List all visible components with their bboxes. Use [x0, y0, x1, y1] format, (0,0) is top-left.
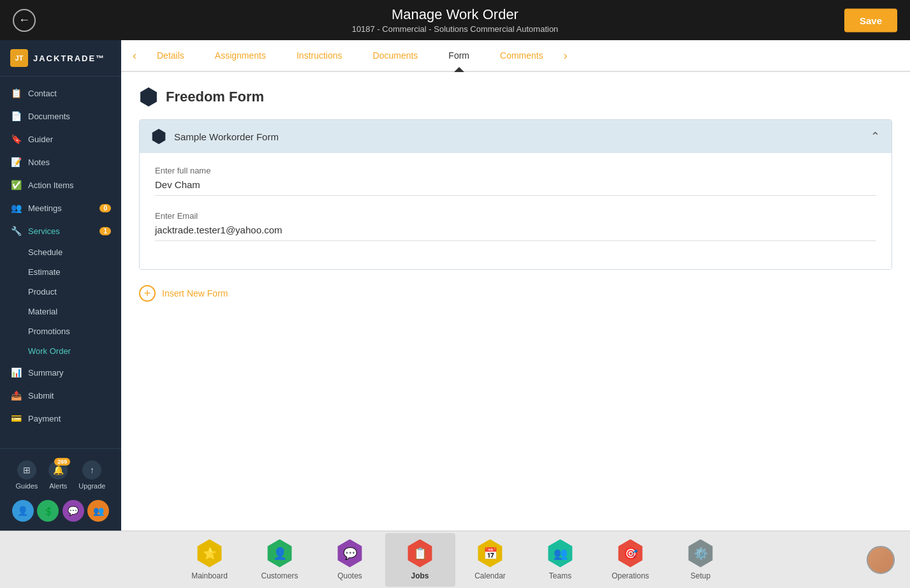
user-avatar[interactable] [867, 546, 895, 574]
form-field-email: Enter Email jacktrade.tester1@yahoo.com [155, 211, 876, 241]
upgrade-btn[interactable]: ↑ Upgrade [78, 460, 105, 490]
insert-plus-icon: + [139, 285, 156, 302]
page-content: Freedom Form Sample Workorder Form ⌃ Ent… [121, 72, 910, 531]
sidebar-subitem-material[interactable]: Material [0, 302, 121, 321]
tab-comments[interactable]: Comments [485, 40, 559, 71]
tab-next-arrow[interactable]: › [559, 44, 573, 68]
user-profile-icon[interactable]: 👤 [12, 500, 34, 522]
sidebar-item-summary[interactable]: 📊 Summary [0, 361, 121, 384]
sidebar-label-summary: Summary [28, 368, 64, 378]
page-subtitle: 10187 - Commercial - Solutions Commercia… [13, 24, 897, 34]
sidebar-subitem-estimate[interactable]: Estimate [0, 262, 121, 282]
sidebar-item-guider[interactable]: 🔖 Guider [0, 128, 121, 151]
bottom-nav-wrapper: ⭐ Mainboard 👤 Customers 💬 Quotes 📋 Jobs … [0, 531, 910, 588]
nav-setup[interactable]: ⚙️ Setup [666, 533, 736, 587]
form-card-header: Sample Workorder Form ⌃ [140, 120, 892, 153]
action-items-icon: ✅ [10, 180, 22, 190]
collapse-button[interactable]: ⌃ [870, 129, 880, 143]
services-icon: 🔧 [10, 226, 22, 236]
form-card-header-left: Sample Workorder Form [151, 129, 279, 144]
services-badge: 1 [99, 227, 111, 235]
logo-text: JACKTRADE™ [33, 54, 105, 63]
teams-icon: 👥 [547, 540, 575, 568]
jobs-icon: 📋 [406, 540, 434, 568]
nav-teams[interactable]: 👥 Teams [525, 533, 596, 587]
sidebar-item-payment[interactable]: 💳 Payment [0, 407, 121, 430]
operations-label: Operations [612, 571, 649, 580]
chat-icon[interactable]: 💬 [62, 500, 84, 522]
form-section-title: Freedom Form [166, 89, 264, 105]
notes-icon: 📝 [10, 157, 22, 167]
sidebar-item-notes[interactable]: 📝 Notes [0, 151, 121, 173]
sidebar-item-contact[interactable]: 📋 Contact [0, 82, 121, 105]
teams-label: Teams [549, 571, 571, 580]
insert-new-form-button[interactable]: + Insert New Form [139, 283, 228, 304]
nav-operations[interactable]: 🎯 Operations [596, 533, 666, 587]
tab-instructions[interactable]: Instructions [281, 40, 358, 71]
sidebar-subitem-promotions[interactable]: Promotions [0, 321, 121, 341]
customers-label: Customers [261, 571, 298, 580]
user-avatar-container[interactable] [867, 546, 895, 574]
nav-mainboard[interactable]: ⭐ Mainboard [175, 533, 245, 587]
user-icons-row: 👤 💲 💬 👥 [0, 495, 121, 524]
form-card-body: Enter full name Dev Cham Enter Email jac… [140, 153, 892, 269]
sidebar-label-guider: Guider [28, 135, 53, 144]
form-card-hex-icon [151, 129, 166, 144]
tab-details[interactable]: Details [142, 40, 200, 71]
alerts-badge: 269 [54, 458, 70, 466]
contact-icon: 📋 [10, 88, 22, 98]
bottom-nav: ⭐ Mainboard 👤 Customers 💬 Quotes 📋 Jobs … [175, 531, 736, 589]
team-icon[interactable]: 👥 [87, 500, 109, 522]
sidebar-bottom: ⊞ Guides 🔔 269 Alerts ↑ Upgrade 👤 💲 💬 👥 [0, 448, 121, 531]
mainboard-label: Mainboard [191, 571, 228, 580]
sidebar-item-meetings[interactable]: 👥 Meetings 0 [0, 196, 121, 219]
save-button[interactable]: Save [844, 8, 897, 32]
quotes-label: Quotes [337, 571, 362, 580]
email-field-value: jacktrade.tester1@yahoo.com [155, 224, 876, 241]
tab-assignments[interactable]: Assignments [200, 40, 281, 71]
mainboard-icon: ⭐ [196, 540, 224, 568]
sidebar-subitem-work-order[interactable]: Work Order [0, 341, 121, 361]
form-hex-icon [139, 87, 158, 107]
sidebar-label-services: Services [28, 226, 60, 236]
form-card-title: Sample Workorder Form [174, 131, 279, 142]
sidebar-subitem-product[interactable]: Product [0, 282, 121, 302]
nav-jobs[interactable]: 📋 Jobs [385, 533, 455, 587]
alerts-btn[interactable]: 🔔 269 Alerts [48, 460, 68, 490]
quotes-icon: 💬 [336, 540, 364, 568]
billing-icon[interactable]: 💲 [37, 500, 59, 522]
top-header: ← Manage Work Order 10187 - Commercial -… [0, 0, 910, 40]
guides-btn[interactable]: ⊞ Guides [15, 460, 38, 490]
upgrade-label: Upgrade [78, 482, 105, 490]
nav-calendar[interactable]: 📅 Calendar [455, 533, 525, 587]
back-button[interactable]: ← [13, 9, 36, 32]
sidebar-label-notes: Notes [28, 158, 50, 167]
nav-quotes[interactable]: 💬 Quotes [315, 533, 385, 587]
name-field-label: Enter full name [155, 166, 876, 175]
sidebar-subitem-schedule[interactable]: Schedule [0, 242, 121, 262]
guides-label: Guides [15, 482, 38, 490]
sidebar-logo: JT JACKTRADE™ [0, 40, 121, 77]
tab-prev-arrow[interactable]: ‹ [128, 44, 142, 68]
nav-customers[interactable]: 👤 Customers [245, 533, 315, 587]
sidebar-label-action-items: Action Items [28, 180, 74, 190]
setup-label: Setup [691, 571, 710, 580]
sidebar-item-documents[interactable]: 📄 Documents [0, 105, 121, 128]
documents-icon: 📄 [10, 111, 22, 121]
tab-documents[interactable]: Documents [358, 40, 434, 71]
sidebar-nav: 📋 Contact 📄 Documents 🔖 Guider 📝 Notes ✅… [0, 77, 121, 448]
setup-icon: ⚙️ [687, 540, 715, 568]
submit-icon: 📤 [10, 390, 22, 401]
sidebar-item-submit[interactable]: 📤 Submit [0, 384, 121, 407]
meetings-icon: 👥 [10, 203, 22, 213]
sidebar-label-payment: Payment [28, 414, 61, 423]
tab-form[interactable]: Form [433, 40, 485, 71]
name-field-value: Dev Cham [155, 179, 876, 196]
sidebar-item-action-items[interactable]: ✅ Action Items [0, 173, 121, 196]
sidebar-label-contact: Contact [28, 89, 57, 98]
main-layout: JT JACKTRADE™ 📋 Contact 📄 Documents 🔖 Gu… [0, 40, 910, 531]
summary-icon: 📊 [10, 367, 22, 378]
form-field-name: Enter full name Dev Cham [155, 166, 876, 196]
upgrade-icon: ↑ [82, 460, 101, 480]
sidebar-item-services[interactable]: 🔧 Services 1 [0, 219, 121, 242]
